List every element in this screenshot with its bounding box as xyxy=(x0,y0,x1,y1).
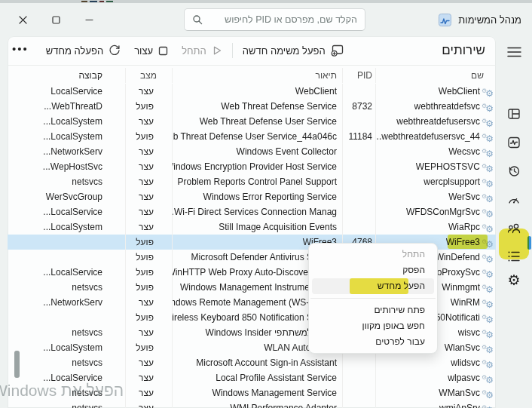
service-cog-icon: ⚙⚙ xyxy=(482,207,494,218)
service-status-cell: פועל xyxy=(125,310,172,325)
start-service-button[interactable]: התחל xyxy=(175,41,229,60)
toolbar-separator xyxy=(232,43,233,58)
service-group-cell: ‎...NetworkServ xyxy=(20,295,125,310)
service-name-cell: ⚙⚙WebClient xyxy=(375,84,496,99)
service-pid-cell xyxy=(342,385,375,400)
table-row[interactable]: ⚙⚙wercplsupportProblem Reports Control P… xyxy=(8,174,496,189)
service-name-cell: ⚙⚙wercplsupport xyxy=(375,174,496,189)
service-description-cell: Windows Encryption Provider Host Service xyxy=(172,159,342,174)
service-cog-icon: ⚙⚙ xyxy=(482,192,494,203)
service-pid-cell xyxy=(342,189,375,204)
context-menu-item-restart[interactable]: הפעל מחדש xyxy=(312,278,434,294)
table-row[interactable]: ⚙⚙wlpasvcLocal Profile Assistant Service… xyxy=(8,370,496,385)
stop-service-button[interactable]: עצור xyxy=(127,41,175,60)
minimize-button[interactable] xyxy=(72,3,105,36)
service-group-cell: netsvcs xyxy=(20,174,125,189)
service-name-cell: ⚙⚙‎...webthreatdefusersvc_44 xyxy=(375,129,496,144)
service-description-cell: Web Threat Defense Service xyxy=(172,99,342,114)
service-name-cell: ⚙⚙Wecsvc xyxy=(375,144,496,159)
service-status-cell: עצר xyxy=(125,144,172,159)
service-description-cell: Windows Event Collector xyxy=(172,144,342,159)
service-pid-cell xyxy=(342,84,375,99)
maximize-button[interactable] xyxy=(39,3,72,36)
task-manager-logo-icon xyxy=(439,14,451,26)
sidebar-item-startup-apps[interactable] xyxy=(500,187,528,213)
search-icon xyxy=(192,14,203,25)
close-button[interactable] xyxy=(6,3,39,36)
service-cog-icon: ⚙⚙ xyxy=(482,403,494,408)
table-row[interactable]: ⚙⚙‎...webthreatdefusersvc_4411184Web Thr… xyxy=(8,129,496,144)
service-status-cell: עצר xyxy=(125,325,172,340)
sidebar-item-details[interactable] xyxy=(500,244,528,269)
service-pid-cell xyxy=(342,144,375,159)
column-header-status[interactable]: מצב xyxy=(125,68,172,83)
service-name-cell: ⚙⚙WerSvc xyxy=(375,189,496,204)
context-menu-item-stop[interactable]: הפסק xyxy=(312,262,434,278)
column-header-description[interactable]: תיאור xyxy=(172,68,342,83)
service-status-cell: עצר xyxy=(125,114,172,129)
new-task-icon xyxy=(331,44,344,57)
table-row[interactable]: ⚙⚙WecsvcWindows Event Collectorעצר‎...Ne… xyxy=(8,144,496,159)
service-pid-cell xyxy=(342,114,375,129)
table-row[interactable]: ⚙⚙WerSvcWindows Error Reporting Serviceע… xyxy=(8,189,496,204)
search-input[interactable]: הקלד שם, מפרסם או PID לחיפוש xyxy=(184,8,365,31)
table-row[interactable]: ⚙⚙WFDSConMgrSvc‎...Wi-Fi Direct Services… xyxy=(8,204,496,219)
service-name-cell: ⚙⚙wmiApSrv xyxy=(375,400,496,408)
service-status-cell: פועל xyxy=(125,99,172,114)
service-cog-icon: ⚙⚙ xyxy=(482,146,494,158)
table-row[interactable]: ⚙⚙WebClientWebClientעצרLocalService xyxy=(8,84,496,99)
column-header-pid[interactable]: PID xyxy=(342,68,375,83)
more-options-button[interactable]: ••• xyxy=(12,42,39,60)
table-row[interactable]: ⚙⚙wmiApSrvWMI Performance Adapterעצרnets… xyxy=(8,400,496,408)
service-group-cell: ‎...LocalSystem xyxy=(20,129,125,144)
service-cog-icon: ⚙⚙ xyxy=(482,373,494,384)
restart-icon xyxy=(109,44,121,57)
vertical-scrollbar-thumb[interactable] xyxy=(14,351,20,378)
service-pid-cell: 11184 xyxy=(342,129,375,144)
background-window-edge xyxy=(0,0,532,3)
service-pid-cell xyxy=(342,355,375,370)
sidebar-item-users[interactable] xyxy=(500,216,528,241)
context-menu-item-go-to-details[interactable]: עבור לפרטים xyxy=(312,334,434,350)
service-cog-icon: ⚙⚙ xyxy=(482,161,494,173)
navigation-menu-button[interactable] xyxy=(500,39,528,65)
service-pid-cell xyxy=(342,400,375,408)
service-group-cell: ‎...LocalSystem xyxy=(20,219,125,235)
service-cog-icon: ⚙⚙ xyxy=(482,388,494,399)
service-group-cell xyxy=(20,310,125,325)
service-description-cell: Web Threat Defense User Service xyxy=(172,114,342,129)
sidebar-item-performance[interactable] xyxy=(500,130,528,155)
sidebar-item-processes[interactable] xyxy=(500,101,528,127)
table-row[interactable]: ⚙⚙webthreatdefusersvcWeb Threat Defense … xyxy=(8,114,496,129)
column-header-group[interactable]: קבוצה xyxy=(20,68,125,83)
service-cog-icon: ⚙⚙ xyxy=(482,327,494,339)
service-cog-icon: ⚙⚙ xyxy=(482,176,494,188)
service-description-cell: WebClient xyxy=(172,84,342,99)
table-row[interactable]: ⚙⚙wlidsvcMicrosoft Account Sign-in Assis… xyxy=(8,355,496,370)
sidebar-item-services[interactable]: ⚙ xyxy=(500,267,528,293)
table-row[interactable]: ⚙⚙WManSvcWindows Management Serviceעצרne… xyxy=(8,385,496,400)
run-new-task-button[interactable]: הפעל משימה חדשה xyxy=(236,41,350,60)
users-icon xyxy=(507,222,521,235)
service-cog-icon: ⚙⚙ xyxy=(482,342,494,354)
table-row[interactable]: ⚙⚙webthreatdefsvc8732Web Threat Defense … xyxy=(8,99,496,114)
restart-service-button[interactable]: הפעלה מחדש xyxy=(39,41,127,60)
service-status-cell: עצר xyxy=(125,295,172,310)
service-group-cell: ‎...LocalService xyxy=(20,370,125,385)
table-row[interactable]: ⚙⚙WEPHOSTSVCWindows Encryption Provider … xyxy=(8,159,496,174)
service-status-cell: עצר xyxy=(125,189,172,204)
service-group-cell: netsvcs xyxy=(20,325,125,340)
service-status-cell: עצר xyxy=(125,355,172,370)
app-title: מנהל המשימות xyxy=(458,14,521,26)
service-pid-cell xyxy=(342,370,375,385)
service-pid-cell: 8732 xyxy=(342,99,375,114)
table-row[interactable]: ⚙⚙WiaRpcStill Image Acquisition Eventsעצ… xyxy=(8,219,496,235)
service-cog-icon: ⚙⚙ xyxy=(482,252,494,263)
service-name-cell: ⚙⚙webthreatdefsvc xyxy=(375,99,496,114)
toolbar: שירותים הפעל משימה חדשה התחל עצור הפעלה xyxy=(8,36,496,66)
context-menu-item-start[interactable]: התחל xyxy=(312,247,434,262)
column-header-name[interactable]: שם xyxy=(375,68,496,83)
context-menu-item-open-services[interactable]: פתח שירותים xyxy=(312,302,434,318)
sidebar-item-app-history[interactable] xyxy=(500,158,528,184)
context-menu-item-search-online[interactable]: חפש באופן מקוון xyxy=(312,318,434,334)
